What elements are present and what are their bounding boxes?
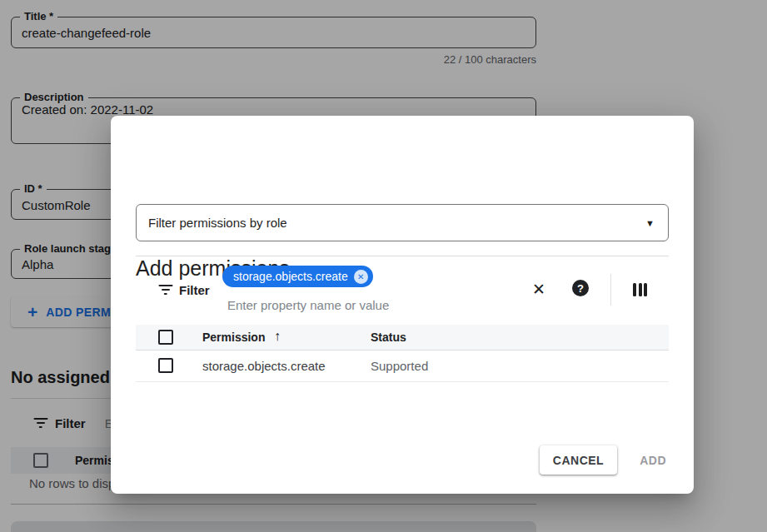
chevron-down-icon: ▼ [645, 218, 655, 228]
filter-chip-label: storage.objects.create [233, 270, 348, 283]
status-column-header[interactable]: Status [371, 331, 406, 344]
filter-input[interactable] [227, 296, 502, 314]
column-display-icon[interactable] [633, 283, 647, 296]
role-dropdown-label: Filter permissions by role [148, 216, 645, 230]
add-permissions-dialog: Add permissions Filter permissions by ro… [111, 116, 694, 494]
permission-column-header[interactable]: Permission [202, 331, 265, 344]
dialog-actions: CANCEL ADD [540, 445, 666, 475]
table-row[interactable]: storage.objects.create Supported [136, 351, 669, 382]
add-button[interactable]: ADD [640, 454, 666, 467]
screen: Title * create-changefeed-role 22 / 100 … [0, 0, 767, 532]
row-checkbox[interactable] [158, 358, 173, 373]
select-all-checkbox[interactable] [158, 330, 173, 345]
help-icon[interactable]: ? [572, 280, 589, 296]
dialog-filter-toolbar: Filter storage.objects.create ✕ ✕ ? [136, 256, 669, 325]
dialog-table-header: Permission ↑ Status [136, 325, 669, 351]
filter-permissions-by-role-dropdown[interactable]: Filter permissions by role ▼ [136, 204, 669, 241]
filter-chip[interactable]: storage.objects.create ✕ [222, 266, 373, 287]
permission-cell: storage.objects.create [202, 359, 326, 373]
sort-ascending-icon[interactable]: ↑ [274, 329, 281, 344]
toolbar-divider [610, 274, 611, 306]
filter-icon [158, 285, 172, 296]
clear-filters-icon[interactable]: ✕ [529, 279, 549, 299]
filter-label: Filter [179, 283, 210, 297]
cancel-button[interactable]: CANCEL [540, 445, 617, 475]
status-cell: Supported [371, 359, 428, 373]
chip-remove-icon[interactable]: ✕ [354, 270, 368, 284]
